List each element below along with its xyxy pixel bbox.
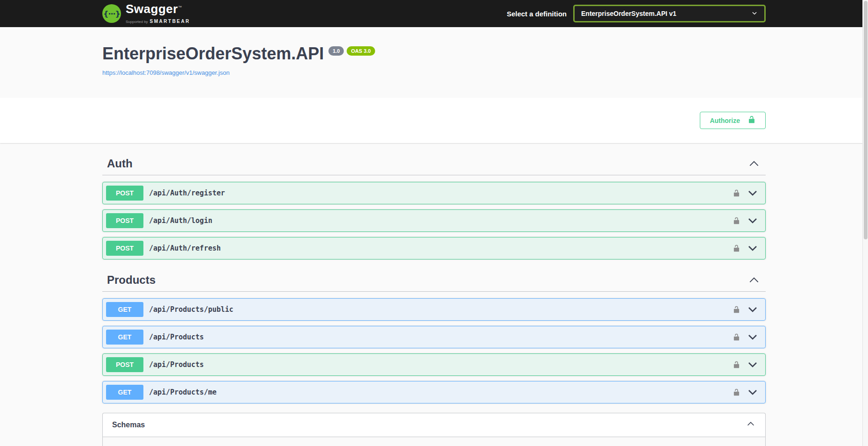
operation-get-api-Products-public: GET/api/Products/public: [102, 298, 766, 321]
chevron-up-icon: [748, 274, 760, 286]
operation-path: /api/Products/public: [149, 305, 234, 314]
authorization-lock-icon[interactable]: [733, 332, 740, 342]
authorization-lock-icon[interactable]: [733, 216, 740, 226]
operations-list: AuthPOST/api/Auth/registerPOST/api/Auth/…: [93, 143, 775, 403]
operation-path: /api/Auth/refresh: [149, 244, 221, 252]
section-header-auth[interactable]: Auth: [102, 152, 766, 175]
operation-path: /api/Products: [149, 360, 204, 369]
operation-post-api-Auth-login: POST/api/Auth/login: [102, 209, 766, 232]
operation-controls: [733, 304, 762, 315]
operation-get-api-Products-me: GET/api/Products/me: [102, 381, 766, 403]
smartbear-text: SMARTBEAR: [150, 19, 190, 24]
chevron-down-icon[interactable]: [747, 187, 758, 199]
operation-path: /api/Auth/login: [149, 216, 212, 225]
chevron-down-icon[interactable]: [747, 387, 758, 398]
method-badge: GET: [106, 330, 143, 345]
authorization-lock-icon[interactable]: [733, 305, 740, 315]
method-badge: POST: [106, 186, 143, 201]
schemas-header[interactable]: Schemas: [103, 413, 765, 437]
oas-badge: OAS 3.0: [347, 46, 375, 56]
topbar: {···} Swagger™ Supported bySMARTBEAR Sel…: [0, 0, 868, 27]
chevron-down-icon[interactable]: [747, 331, 758, 343]
section-title: Auth: [107, 157, 133, 170]
selected-definition-value: EnterpriseOrderSystem.API v1: [581, 10, 676, 17]
chevron-down-icon[interactable]: [747, 243, 758, 254]
chevron-up-icon: [748, 158, 760, 170]
definition-selector-area: Select a definition EnterpriseOrderSyste…: [507, 5, 766, 22]
chevron-down-icon[interactable]: [747, 359, 758, 370]
swagger-logo[interactable]: {···} Swagger™ Supported bySMARTBEAR: [102, 2, 190, 24]
supported-by-text: Supported by: [126, 20, 148, 24]
operation-post-api-Products: POST/api/Products: [102, 353, 766, 376]
title-badges: 1.0 OAS 3.0: [328, 46, 375, 56]
operation-summary[interactable]: GET/api/Products/public: [103, 299, 765, 320]
operation-controls: [733, 359, 762, 370]
authorization-lock-icon[interactable]: [733, 360, 740, 370]
scrollbar-thumb[interactable]: [864, 1, 868, 239]
operation-controls: [733, 187, 762, 199]
operation-summary[interactable]: GET/api/Products/me: [103, 381, 765, 403]
operation-controls: [733, 331, 762, 343]
section-products: ProductsGET/api/Products/publicGET/api/P…: [102, 269, 766, 403]
api-title-text: EnterpriseOrderSystem.API: [102, 43, 324, 64]
authorization-lock-icon[interactable]: [733, 244, 740, 253]
operation-summary[interactable]: POST/api/Auth/login: [103, 210, 765, 231]
spec-url-link[interactable]: https://localhost:7098/swagger/v1/swagge…: [102, 69, 229, 76]
swagger-logo-icon: {···}: [102, 4, 121, 23]
authorization-lock-icon[interactable]: [733, 388, 740, 397]
page-title: EnterpriseOrderSystem.API 1.0 OAS 3.0: [102, 43, 766, 64]
swagger-brand-text: Swagger™: [126, 2, 190, 16]
smartbear-attribution: Supported bySMARTBEAR: [126, 16, 190, 25]
operation-summary[interactable]: POST/api/Auth/register: [103, 182, 765, 204]
operation-summary[interactable]: POST/api/Products: [103, 354, 765, 375]
schemas-body: [103, 437, 765, 446]
method-badge: GET: [106, 302, 143, 317]
chevron-down-icon[interactable]: [747, 304, 758, 315]
operation-post-api-Auth-refresh: POST/api/Auth/refresh: [102, 237, 766, 259]
definition-select[interactable]: EnterpriseOrderSystem.API v1: [573, 5, 766, 22]
operation-summary[interactable]: GET/api/Products: [103, 326, 765, 348]
schemas-title: Schemas: [112, 421, 145, 429]
authorize-button[interactable]: Authorize: [700, 112, 766, 129]
vertical-scrollbar[interactable]: [862, 0, 868, 446]
scheme-container: Authorize: [0, 98, 868, 143]
operation-path: /api/Products: [149, 333, 204, 341]
operation-post-api-Auth-register: POST/api/Auth/register: [102, 182, 766, 204]
section-auth: AuthPOST/api/Auth/registerPOST/api/Auth/…: [102, 152, 766, 259]
operation-controls: [733, 387, 762, 398]
operation-path: /api/Products/me: [149, 388, 217, 396]
swagger-ui-page: {···} Swagger™ Supported bySMARTBEAR Sel…: [0, 0, 868, 446]
method-badge: POST: [106, 241, 143, 256]
operation-path: /api/Auth/register: [149, 189, 225, 197]
operation-summary[interactable]: POST/api/Auth/refresh: [103, 237, 765, 259]
chevron-down-icon: [751, 10, 758, 18]
authorization-lock-icon[interactable]: [733, 188, 740, 198]
api-info-section: EnterpriseOrderSystem.API 1.0 OAS 3.0 ht…: [0, 27, 868, 98]
method-badge: POST: [106, 213, 143, 228]
chevron-down-icon[interactable]: [747, 215, 758, 226]
authorize-label: Authorize: [710, 117, 740, 124]
method-badge: GET: [106, 385, 143, 400]
operation-controls: [733, 243, 762, 254]
schemas-section: Schemas: [93, 413, 775, 446]
method-badge: POST: [106, 357, 143, 372]
operation-get-api-Products: GET/api/Products: [102, 326, 766, 348]
operation-controls: [733, 215, 762, 226]
version-badge: 1.0: [328, 46, 344, 56]
section-title: Products: [107, 273, 156, 287]
select-definition-label: Select a definition: [507, 10, 567, 18]
unlocked-padlock-icon: [747, 115, 756, 125]
trademark-symbol: ™: [178, 6, 182, 10]
chevron-up-icon: [746, 419, 756, 431]
section-header-products[interactable]: Products: [102, 269, 766, 292]
schemas-box: Schemas: [102, 413, 766, 446]
